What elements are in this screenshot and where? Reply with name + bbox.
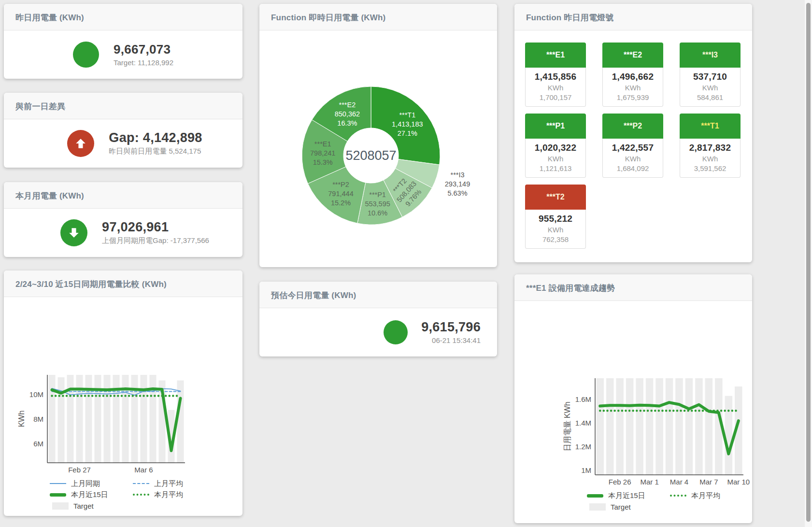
target-bar bbox=[597, 378, 604, 475]
legend-item: Target bbox=[587, 501, 670, 512]
y-tick: 6M bbox=[33, 440, 43, 448]
legend-dotted-line-icon bbox=[670, 495, 686, 497]
device-usage-value: 1,020,322 bbox=[527, 142, 584, 153]
legend-item: 本月近15日 bbox=[587, 490, 670, 501]
card-title: 預估今日用電量 (KWh) bbox=[259, 282, 497, 308]
target-bar bbox=[606, 378, 614, 475]
unit-label: KWh bbox=[681, 84, 739, 92]
card-title: 與前一日差異 bbox=[4, 93, 242, 119]
legend-item: 本月平均 bbox=[670, 490, 752, 501]
x-tick: Mar 7 bbox=[699, 478, 718, 486]
legend-square-icon bbox=[52, 502, 69, 510]
unit-label: KWh bbox=[527, 84, 584, 92]
device-usage-value: 537,710 bbox=[681, 71, 739, 82]
legend-label: 本月近15日 bbox=[71, 490, 108, 499]
device-status-tile: ***T1 2,817,832 KWh 3,591,562 bbox=[680, 114, 741, 178]
arrow-up-icon bbox=[67, 130, 94, 157]
legend-label: 上月同期 bbox=[71, 479, 100, 488]
card-e1-trend: ***E1 設備用電達成趨勢 1M1.2M1.4M1.6MFeb 26Mar 1… bbox=[514, 274, 752, 523]
device-status-tile: ***E2 1,496,662 KWh 1,675,939 bbox=[602, 43, 663, 107]
target-bar bbox=[705, 378, 713, 475]
today-estimate-timestamp: 06-21 15:34:41 bbox=[432, 336, 481, 344]
card-title: ***E1 設備用電達成趨勢 bbox=[514, 274, 752, 301]
device-usage-value: 1,415,856 bbox=[527, 71, 584, 82]
y-tick: 8M bbox=[33, 415, 43, 423]
device-status-tile: ***I3 537,710 KWh 584,861 bbox=[680, 43, 741, 107]
legend-label: Target bbox=[611, 503, 631, 511]
vertical-scrollbar-track[interactable] bbox=[805, 0, 812, 527]
card-realtime-donut: Function 即時日用電量 (KWh) 5208057***T11,413,… bbox=[259, 4, 497, 267]
legend-item: 上月平均 bbox=[133, 478, 216, 489]
legend-label: 本月平均 bbox=[154, 490, 183, 499]
card-yesterday-usage: 昨日用電量 (KWh) 9,667,073 Target: 11,128,992 bbox=[4, 4, 242, 79]
x-tick: Mar 1 bbox=[640, 478, 658, 486]
legend-label: 本月平均 bbox=[691, 491, 720, 500]
target-bar bbox=[666, 378, 673, 475]
device-target-value: 1,121,613 bbox=[527, 164, 584, 172]
gap-value: Gap: 4,142,898 bbox=[109, 130, 202, 145]
device-target-value: 1,700,157 bbox=[527, 93, 584, 101]
card-month-usage: 本月用電量 (KWh) 97,026,961 上個月同期用電Gap: -17,3… bbox=[4, 182, 242, 257]
legend-label: 本月近15日 bbox=[608, 491, 645, 500]
device-label: ***T2 bbox=[525, 185, 586, 210]
y-tick: 1M bbox=[581, 466, 591, 474]
device-label: ***I3 bbox=[680, 43, 741, 68]
card-usage-lights: Function 昨日用電燈號 ***E1 1,415,856 KWh 1,70… bbox=[514, 4, 752, 262]
device-label: ***P2 bbox=[602, 114, 663, 139]
compare-chart-legend: 上月同期上月平均本月近15日本月平均Target bbox=[50, 478, 216, 511]
y-tick: 10M bbox=[29, 390, 43, 399]
device-usage-value: 955,212 bbox=[527, 214, 584, 224]
legend-dotted-line-icon bbox=[133, 494, 149, 496]
device-label: ***T1 bbox=[680, 114, 741, 139]
yesterday-usage-value: 9,667,073 bbox=[114, 42, 173, 57]
target-bar bbox=[675, 378, 683, 475]
y-axis-label: 日用電量 KWh bbox=[563, 401, 571, 451]
legend-label: 上月平均 bbox=[154, 479, 183, 488]
device-target-value: 1,675,939 bbox=[604, 93, 662, 101]
e1-trend-legend: 本月近15日本月平均Target bbox=[587, 490, 752, 512]
device-status-tile: ***P2 1,422,557 KWh 1,684,092 bbox=[602, 114, 663, 178]
target-bar bbox=[636, 378, 643, 475]
vertical-scrollbar-thumb[interactable] bbox=[806, 3, 811, 522]
target-bar bbox=[725, 396, 733, 475]
target-bar bbox=[177, 381, 184, 463]
unit-label: KWh bbox=[527, 226, 584, 234]
month-usage-value: 97,026,961 bbox=[102, 220, 209, 235]
donut-slice-label: ***I3293,1495.63% bbox=[445, 171, 470, 197]
e1-trend-chart: 1M1.2M1.4M1.6MFeb 26Mar 1Mar 4Mar 7Mar 1… bbox=[514, 301, 752, 523]
y-tick: 1.6M bbox=[575, 395, 591, 403]
device-target-value: 584,861 bbox=[681, 93, 739, 101]
x-tick: Mar 4 bbox=[670, 478, 688, 486]
card-today-estimate: 預估今日用電量 (KWh) 9,615,796 06-21 15:34:41 bbox=[259, 282, 497, 356]
unit-label: KWh bbox=[527, 155, 584, 163]
legend-item: 上月同期 bbox=[50, 478, 133, 489]
card-gap-prev-day: 與前一日差異 Gap: 4,142,898 昨日與前日用電量 5,524,175 bbox=[4, 93, 242, 168]
card-compare-15days: 2/24~3/10 近15日同期用電量比較 (KWh) 6M8M10MFeb 2… bbox=[4, 271, 242, 516]
x-tick: Feb 26 bbox=[609, 478, 631, 486]
legend-item: 本月平均 bbox=[133, 489, 216, 500]
status-circle-icon bbox=[384, 320, 408, 344]
lights-tile-grid: ***E1 1,415,856 KWh 1,700,157 ***E2 1,49… bbox=[514, 30, 752, 249]
card-title: 2/24~3/10 近15日同期用電量比較 (KWh) bbox=[4, 271, 242, 297]
device-status-tile: ***T2 955,212 KWh 762,358 bbox=[525, 185, 586, 249]
device-label: ***P1 bbox=[525, 114, 586, 139]
y-tick: 1.2M bbox=[575, 442, 591, 451]
x-tick: Mar 6 bbox=[134, 466, 153, 474]
device-label: ***E1 bbox=[525, 43, 586, 68]
legend-label: Target bbox=[73, 502, 94, 510]
today-estimate-value: 9,615,796 bbox=[421, 320, 481, 335]
gap-subtitle: 昨日與前日用電量 5,524,175 bbox=[109, 147, 202, 156]
month-usage-gap: 上個月同期用電Gap: -17,377,566 bbox=[102, 236, 209, 245]
device-usage-value: 1,496,662 bbox=[604, 71, 662, 82]
yesterday-usage-target: Target: 11,128,992 bbox=[114, 58, 173, 67]
y-tick: 1.4M bbox=[575, 419, 591, 427]
realtime-usage-donut-chart: 5208057***T11,413,18327.1%***I3293,1495.… bbox=[259, 30, 497, 267]
device-usage-value: 1,422,557 bbox=[604, 142, 662, 153]
target-bar bbox=[626, 378, 634, 475]
legend-dashed-line-icon bbox=[133, 483, 149, 484]
arrow-down-icon bbox=[60, 219, 87, 246]
device-target-value: 3,591,562 bbox=[681, 164, 739, 172]
target-bar bbox=[646, 378, 654, 475]
target-bar bbox=[695, 378, 703, 475]
card-title: Function 即時日用電量 (KWh) bbox=[259, 4, 497, 30]
